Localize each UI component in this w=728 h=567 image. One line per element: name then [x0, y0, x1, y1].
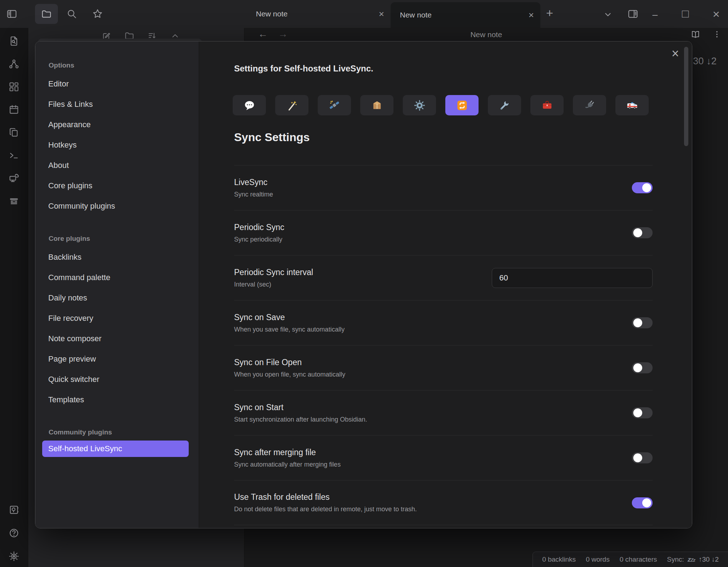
reading-view-book-icon[interactable]	[690, 29, 700, 39]
files-tab-button[interactable]	[35, 4, 58, 24]
search-icon[interactable]	[66, 9, 77, 19]
tab-new-note-1[interactable]: New note ×	[247, 0, 391, 28]
setting-description: Sync automatically after merging files	[234, 461, 341, 468]
settings-nav-page-preview[interactable]: Page preview	[48, 349, 189, 369]
settings-nav-daily-notes[interactable]: Daily notes	[48, 288, 189, 308]
toggle-knob	[642, 498, 651, 507]
plugin-tab-electric-plug-icon[interactable]	[573, 95, 606, 115]
settings-nav-editor[interactable]: Editor	[48, 74, 189, 94]
archive-icon[interactable]	[9, 196, 19, 207]
tab-close-icon[interactable]: ×	[379, 9, 384, 19]
left-sidebar-toggle-icon[interactable]	[6, 9, 17, 19]
titlebar: New note × New note × + − □ ×	[0, 0, 728, 28]
bookmarks-star-icon[interactable]	[92, 9, 103, 19]
new-tab-button[interactable]: +	[546, 6, 553, 20]
canvas-icon[interactable]	[9, 81, 19, 92]
setting-description: When you save file, sync automatically	[234, 326, 345, 333]
section-heading: Sync Settings	[234, 131, 310, 144]
settings-nav-files-links[interactable]: Files & Links	[48, 94, 189, 114]
plugin-tab-wrench-icon[interactable]	[488, 95, 521, 115]
sleep-zzz-icon: zZz	[688, 556, 695, 563]
note-title: New note	[244, 30, 728, 39]
help-icon[interactable]	[9, 528, 19, 538]
scrollbar-thumb[interactable]	[684, 47, 688, 146]
setting-name: Sync on Start	[234, 403, 367, 412]
character-count: 0 characters	[620, 556, 657, 563]
toggle-knob	[633, 228, 642, 237]
toggle-knob	[633, 453, 642, 462]
periodic-sync-toggle[interactable]	[632, 227, 653, 238]
setting-description: Sync realtime	[234, 191, 273, 198]
plugin-tab-ambulance-icon[interactable]	[615, 95, 649, 115]
close-window-button[interactable]: ×	[713, 8, 720, 20]
setting-row-periodic-sync-interval: Periodic Sync intervalInterval (sec)	[234, 255, 653, 300]
settings-nav-self-hosted-livesync[interactable]: Self-hosted LiveSync	[42, 441, 189, 457]
livesync-toggle[interactable]	[632, 182, 653, 193]
more-options-icon[interactable]	[712, 29, 722, 39]
right-sidebar-toggle-icon[interactable]	[628, 9, 638, 19]
settings-nav-quick-switcher[interactable]: Quick switcher	[48, 369, 189, 389]
settings-nav-about[interactable]: About	[48, 155, 189, 175]
tab-label: New note	[256, 10, 288, 18]
settings-nav-community-plugins[interactable]: Community plugins	[48, 196, 189, 216]
settings-nav-hotkeys[interactable]: Hotkeys	[48, 135, 189, 155]
use-trash-for-deleted-files-toggle[interactable]	[632, 497, 653, 508]
terminal-icon[interactable]	[9, 150, 19, 161]
obsidian-app: New note × New note × + − □ × ← → New no…	[0, 0, 728, 567]
sync-status-fragment: 30 ↓2	[693, 56, 717, 67]
setting-description: Do not delete files that are deleted in …	[234, 506, 417, 513]
setting-row-sync-on-start: Sync on StartStart synchronization after…	[234, 390, 653, 435]
settings-gear-icon[interactable]	[9, 551, 19, 562]
plugin-settings-title: Settings for Self-hosted LiveSync.	[234, 64, 373, 74]
settings-nav-core-plugins[interactable]: Core plugins	[48, 175, 189, 196]
settings-content: × Settings for Self-hosted LiveSync. Syn…	[199, 41, 692, 528]
settings-nav-section-community-plugins: Community plugins	[49, 428, 189, 436]
minimize-button[interactable]: −	[652, 10, 658, 21]
setting-row-sync-after-merging-file: Sync after merging fileSync automaticall…	[234, 435, 653, 480]
settings-nav-command-palette[interactable]: Command palette	[48, 267, 189, 288]
tab-close-icon[interactable]: ×	[529, 10, 534, 20]
setting-row-sync-on-save: Sync on SaveWhen you save file, sync aut…	[234, 300, 653, 345]
plugin-tab-toolbox-icon[interactable]	[530, 95, 564, 115]
setting-description: Interval (sec)	[234, 281, 313, 288]
plugin-tab-gear-icon[interactable]	[403, 95, 436, 115]
settings-nav-appearance[interactable]: Appearance	[48, 114, 189, 135]
backlinks-count: 0 backlinks	[542, 556, 576, 563]
modal-close-icon[interactable]: ×	[672, 47, 679, 60]
plugin-tab-repeat-icon[interactable]	[445, 95, 479, 115]
sync-monitor-icon[interactable]	[9, 173, 19, 184]
periodic-sync-interval-input[interactable]	[492, 268, 653, 288]
plugin-tab-magic-wand-icon[interactable]	[275, 95, 308, 115]
settings-nav-file-recovery[interactable]: File recovery	[48, 308, 189, 328]
sync-on-save-toggle[interactable]	[632, 317, 653, 328]
chevron-down-icon[interactable]	[603, 9, 613, 20]
ribbon	[0, 28, 28, 567]
setting-name: Sync after merging file	[234, 448, 341, 457]
plugin-tab-speech-balloon-icon[interactable]	[233, 95, 266, 115]
setting-name: LiveSync	[234, 178, 273, 187]
plugin-tab-package-icon[interactable]	[360, 95, 393, 115]
settings-nav-backlinks[interactable]: Backlinks	[48, 247, 189, 267]
setting-name: Use Trash for deleted files	[234, 492, 417, 502]
sync-status[interactable]: Sync: zZz ↑30 ↓2	[667, 556, 719, 563]
settings-nav-section-core-plugins: Core plugins	[49, 235, 189, 243]
graph-icon[interactable]	[9, 59, 19, 69]
copy-icon[interactable]	[9, 127, 19, 138]
tab-new-note-2[interactable]: New note ×	[391, 2, 540, 28]
sync-on-start-toggle[interactable]	[632, 407, 653, 418]
setting-description: Start synchronization after launching Ob…	[234, 416, 367, 423]
file-search-icon[interactable]	[9, 36, 19, 46]
settings-nav-templates[interactable]: Templates	[48, 389, 189, 410]
settings-nav-note-composer[interactable]: Note composer	[48, 328, 189, 349]
vault-icon[interactable]	[9, 504, 19, 515]
maximize-button[interactable]: □	[682, 8, 689, 19]
word-count: 0 words	[586, 556, 610, 563]
editor-header: ← → New note	[244, 28, 728, 41]
setting-description: Sync periodically	[234, 236, 284, 243]
setting-row-sync-on-file-open: Sync on File OpenWhen you open file, syn…	[234, 345, 653, 390]
calendar-icon[interactable]	[9, 104, 19, 115]
plugin-tab-satellite-icon[interactable]	[318, 95, 351, 115]
settings-nav-section-options: Options	[49, 61, 189, 69]
sync-on-file-open-toggle[interactable]	[632, 362, 653, 373]
sync-after-merging-file-toggle[interactable]	[632, 452, 653, 463]
